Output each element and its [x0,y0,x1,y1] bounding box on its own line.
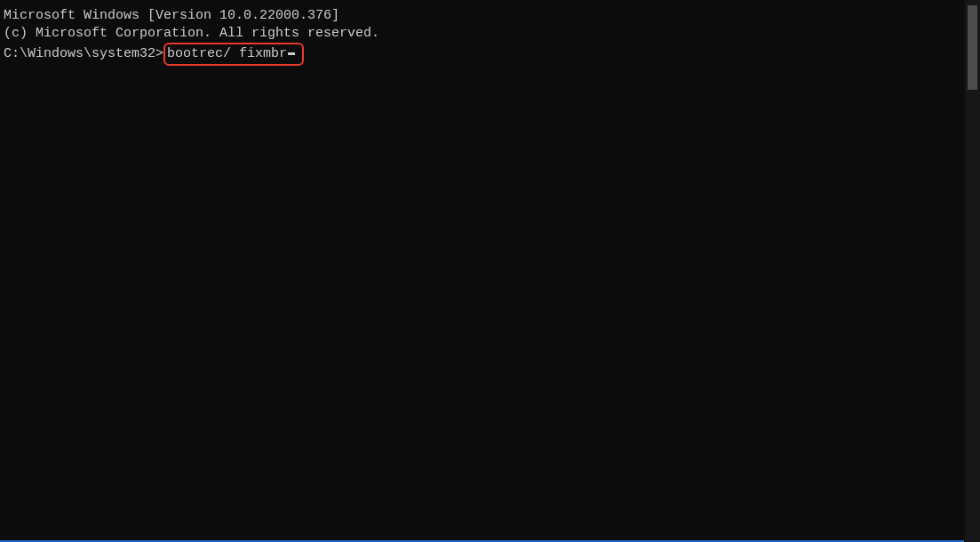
version-line: Microsoft Windows [Version 10.0.22000.37… [4,7,960,25]
scrollbar-track[interactable] [965,0,980,542]
typed-command[interactable]: bootrec/ fixmbr [167,45,287,63]
text-cursor [288,52,295,55]
prompt-line[interactable]: C:\Windows\system32>bootrec/ fixmbr [4,43,960,66]
copyright-line: (c) Microsoft Corporation. All rights re… [4,25,960,43]
prompt-path: C:\Windows\system32> [4,45,163,63]
command-highlight-box: bootrec/ fixmbr [163,43,304,66]
terminal-window[interactable]: Microsoft Windows [Version 10.0.22000.37… [0,0,964,542]
scrollbar-thumb[interactable] [968,5,977,90]
